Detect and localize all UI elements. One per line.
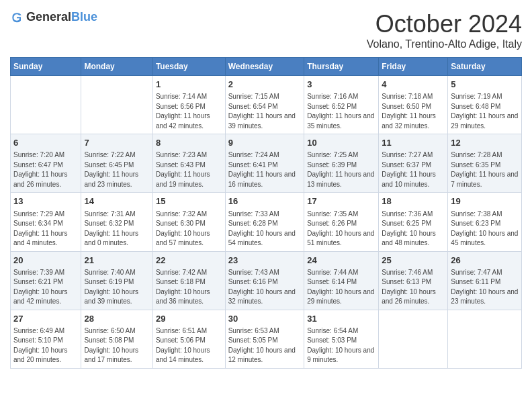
calendar-cell: 3Sunrise: 7:16 AM Sunset: 6:52 PM Daylig… — [304, 76, 379, 134]
day-info: Sunrise: 7:44 AM Sunset: 6:14 PM Dayligh… — [307, 268, 375, 307]
logo-icon — [10, 11, 24, 24]
weekday-header-wednesday: Wednesday — [225, 58, 304, 76]
calendar-cell: 22Sunrise: 7:42 AM Sunset: 6:18 PM Dayli… — [152, 251, 225, 310]
day-info: Sunrise: 7:35 AM Sunset: 6:26 PM Dayligh… — [307, 210, 375, 248]
calendar-table: SundayMondayTuesdayWednesdayThursdayFrid… — [10, 57, 522, 369]
calendar-cell: 12Sunrise: 7:28 AM Sunset: 6:35 PM Dayli… — [448, 134, 522, 193]
month-title: October 2024 — [367, 10, 522, 38]
calendar-week-row: 6Sunrise: 7:20 AM Sunset: 6:47 PM Daylig… — [11, 134, 522, 193]
calendar-cell: 31Sunrise: 6:54 AM Sunset: 5:03 PM Dayli… — [304, 310, 379, 368]
day-info: Sunrise: 7:33 AM Sunset: 6:28 PM Dayligh… — [228, 210, 302, 248]
calendar-cell — [81, 76, 152, 134]
day-info: Sunrise: 7:14 AM Sunset: 6:56 PM Dayligh… — [156, 92, 222, 131]
calendar-cell — [448, 310, 522, 368]
day-number: 6 — [13, 137, 78, 149]
calendar-cell: 13Sunrise: 7:29 AM Sunset: 6:34 PM Dayli… — [11, 193, 81, 251]
calendar-cell: 16Sunrise: 7:33 AM Sunset: 6:28 PM Dayli… — [225, 193, 304, 251]
day-number: 22 — [156, 255, 222, 267]
day-info: Sunrise: 7:38 AM Sunset: 6:23 PM Dayligh… — [451, 210, 519, 248]
logo-text: GeneralBlue — [26, 10, 97, 24]
calendar-cell: 10Sunrise: 7:25 AM Sunset: 6:39 PM Dayli… — [304, 134, 379, 193]
calendar-cell — [11, 76, 81, 134]
day-info: Sunrise: 7:16 AM Sunset: 6:52 PM Dayligh… — [307, 92, 375, 131]
day-number: 10 — [307, 137, 375, 149]
calendar-cell: 21Sunrise: 7:40 AM Sunset: 6:19 PM Dayli… — [81, 251, 152, 310]
day-info: Sunrise: 7:25 AM Sunset: 6:39 PM Dayligh… — [307, 150, 375, 189]
calendar-week-row: 13Sunrise: 7:29 AM Sunset: 6:34 PM Dayli… — [11, 193, 522, 251]
day-info: Sunrise: 7:15 AM Sunset: 6:54 PM Dayligh… — [228, 92, 302, 131]
day-number: 2 — [228, 79, 302, 91]
day-number: 26 — [451, 255, 519, 267]
day-number: 13 — [13, 195, 78, 208]
calendar-cell — [379, 310, 448, 368]
day-info: Sunrise: 7:39 AM Sunset: 6:21 PM Dayligh… — [13, 268, 78, 307]
calendar-cell: 25Sunrise: 7:46 AM Sunset: 6:13 PM Dayli… — [379, 251, 448, 310]
calendar-cell: 5Sunrise: 7:19 AM Sunset: 6:48 PM Daylig… — [448, 76, 522, 134]
day-info: Sunrise: 7:43 AM Sunset: 6:16 PM Dayligh… — [228, 268, 302, 307]
calendar-cell: 23Sunrise: 7:43 AM Sunset: 6:16 PM Dayli… — [225, 251, 304, 310]
day-number: 18 — [382, 195, 445, 208]
calendar-cell: 14Sunrise: 7:31 AM Sunset: 6:32 PM Dayli… — [81, 193, 152, 251]
day-number: 28 — [84, 313, 149, 325]
calendar-cell: 17Sunrise: 7:35 AM Sunset: 6:26 PM Dayli… — [304, 193, 379, 251]
weekday-header-tuesday: Tuesday — [152, 58, 225, 76]
calendar-cell: 27Sunrise: 6:49 AM Sunset: 5:10 PM Dayli… — [11, 310, 81, 368]
calendar-cell: 20Sunrise: 7:39 AM Sunset: 6:21 PM Dayli… — [11, 251, 81, 310]
day-number: 3 — [307, 79, 375, 91]
day-number: 16 — [228, 195, 302, 208]
day-number: 12 — [451, 137, 519, 149]
location-title: Volano, Trentino-Alto Adige, Italy — [367, 38, 522, 50]
calendar-cell: 11Sunrise: 7:27 AM Sunset: 6:37 PM Dayli… — [379, 134, 448, 193]
day-info: Sunrise: 7:40 AM Sunset: 6:19 PM Dayligh… — [84, 268, 149, 307]
day-number: 29 — [156, 313, 222, 325]
logo-blue: Blue — [71, 10, 97, 24]
logo: GeneralBlue — [10, 10, 97, 24]
day-number: 23 — [228, 255, 302, 267]
day-info: Sunrise: 7:28 AM Sunset: 6:35 PM Dayligh… — [451, 150, 519, 189]
day-info: Sunrise: 7:20 AM Sunset: 6:47 PM Dayligh… — [13, 150, 78, 189]
day-info: Sunrise: 7:19 AM Sunset: 6:48 PM Dayligh… — [451, 92, 519, 131]
day-number: 15 — [156, 195, 222, 208]
day-number: 19 — [451, 195, 519, 208]
day-info: Sunrise: 6:53 AM Sunset: 5:05 PM Dayligh… — [228, 326, 302, 365]
day-number: 7 — [84, 137, 149, 149]
day-info: Sunrise: 6:49 AM Sunset: 5:10 PM Dayligh… — [13, 326, 78, 365]
day-info: Sunrise: 7:23 AM Sunset: 6:43 PM Dayligh… — [156, 150, 222, 189]
day-number: 11 — [382, 137, 445, 149]
day-number: 4 — [382, 79, 445, 91]
page-header: GeneralBlue October 2024 Volano, Trentin… — [10, 10, 522, 50]
calendar-cell: 30Sunrise: 6:53 AM Sunset: 5:05 PM Dayli… — [225, 310, 304, 368]
weekday-header-sunday: Sunday — [11, 58, 81, 76]
day-number: 31 — [307, 313, 375, 325]
calendar-cell: 29Sunrise: 6:51 AM Sunset: 5:06 PM Dayli… — [152, 310, 225, 368]
calendar-week-row: 20Sunrise: 7:39 AM Sunset: 6:21 PM Dayli… — [11, 251, 522, 310]
day-number: 30 — [228, 313, 302, 325]
calendar-cell: 6Sunrise: 7:20 AM Sunset: 6:47 PM Daylig… — [11, 134, 81, 193]
day-number: 25 — [382, 255, 445, 267]
day-info: Sunrise: 7:31 AM Sunset: 6:32 PM Dayligh… — [84, 210, 149, 248]
day-number: 5 — [451, 79, 519, 91]
calendar-cell: 9Sunrise: 7:24 AM Sunset: 6:41 PM Daylig… — [225, 134, 304, 193]
calendar-cell: 24Sunrise: 7:44 AM Sunset: 6:14 PM Dayli… — [304, 251, 379, 310]
calendar-cell: 8Sunrise: 7:23 AM Sunset: 6:43 PM Daylig… — [152, 134, 225, 193]
title-block: October 2024 Volano, Trentino-Alto Adige… — [367, 10, 522, 50]
calendar-cell: 28Sunrise: 6:50 AM Sunset: 5:08 PM Dayli… — [81, 310, 152, 368]
day-number: 24 — [307, 255, 375, 267]
day-number: 9 — [228, 137, 302, 149]
logo-general: General — [26, 10, 71, 24]
calendar-week-row: 1Sunrise: 7:14 AM Sunset: 6:56 PM Daylig… — [11, 76, 522, 134]
day-info: Sunrise: 7:47 AM Sunset: 6:11 PM Dayligh… — [451, 268, 519, 307]
day-number: 20 — [13, 255, 78, 267]
day-number: 14 — [84, 195, 149, 208]
day-info: Sunrise: 7:42 AM Sunset: 6:18 PM Dayligh… — [156, 268, 222, 307]
day-info: Sunrise: 7:32 AM Sunset: 6:30 PM Dayligh… — [156, 210, 222, 248]
weekday-header-row: SundayMondayTuesdayWednesdayThursdayFrid… — [11, 58, 522, 76]
day-info: Sunrise: 6:50 AM Sunset: 5:08 PM Dayligh… — [84, 326, 149, 365]
calendar-cell: 7Sunrise: 7:22 AM Sunset: 6:45 PM Daylig… — [81, 134, 152, 193]
weekday-header-friday: Friday — [379, 58, 448, 76]
weekday-header-saturday: Saturday — [448, 58, 522, 76]
day-info: Sunrise: 7:24 AM Sunset: 6:41 PM Dayligh… — [228, 150, 302, 189]
day-info: Sunrise: 7:27 AM Sunset: 6:37 PM Dayligh… — [382, 150, 445, 189]
weekday-header-monday: Monday — [81, 58, 152, 76]
day-number: 21 — [84, 255, 149, 267]
